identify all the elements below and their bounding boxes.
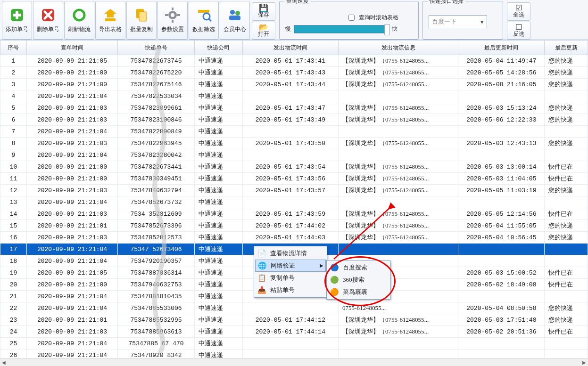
- cell-qtime[interactable]: 2020-09-09 21:21:03: [26, 102, 117, 114]
- cell-seq[interactable]: 23: [0, 314, 27, 326]
- open-button[interactable]: 📂 打开: [252, 22, 275, 40]
- cell-track[interactable]: 75347830349451: [118, 173, 195, 185]
- cell-msg[interactable]: [545, 291, 588, 302]
- cell-send[interactable]: 2020-05-01 17:43:59: [242, 208, 338, 220]
- cell-msg[interactable]: 快件已在: [545, 208, 588, 220]
- cell-upd[interactable]: 2020-05-02 20:51:36: [458, 326, 545, 338]
- col-track[interactable]: 快递单号: [118, 41, 195, 55]
- cell-msg[interactable]: 快件已在: [545, 161, 588, 173]
- plus-button[interactable]: 添加单号: [2, 1, 32, 40]
- cell-comp[interactable]: 中通速递: [194, 232, 242, 244]
- cell-send[interactable]: 2020-05-01 17:43:50: [242, 138, 338, 149]
- cell-comp[interactable]: 中通速递: [194, 302, 242, 314]
- cell-qtime[interactable]: 2020-09-09 21:21:04: [26, 126, 117, 138]
- table-row[interactable]: 102020-09-09 21:21:0075347822673441中通速递2…: [0, 161, 588, 173]
- cell-msg[interactable]: 快件已在: [545, 267, 588, 279]
- table-row[interactable]: 22020-09-09 21:21:0075347822675220中通速递20…: [0, 67, 588, 79]
- speed-slider[interactable]: [294, 25, 389, 33]
- cell-qtime[interactable]: 2020-09-09 21:21:04: [26, 350, 117, 359]
- cell-msg[interactable]: [545, 255, 588, 267]
- cell-seq[interactable]: 8: [0, 138, 27, 149]
- table-header-row[interactable]: 序号 查单时间 快递单号 快递公司 发出物流时间 发出物流信息 最后更新时间 最…: [0, 41, 588, 55]
- cell-upd[interactable]: 2020-05-03 12:43:13: [458, 138, 545, 149]
- cell-qtime[interactable]: 2020-09-09 21:21:04: [26, 302, 117, 314]
- cell-comp[interactable]: 中通速递: [194, 138, 242, 149]
- menu-item[interactable]: 📄查看物流详情: [255, 247, 326, 260]
- table-row[interactable]: 42020-09-09 21:21:0475347822533034中通速递: [0, 90, 588, 102]
- select-all-button[interactable]: ☑ 全选: [507, 2, 530, 21]
- cell-qtime[interactable]: 2020-09-09 21:21:01: [26, 220, 117, 232]
- refresh-button[interactable]: 刷新物流: [64, 1, 94, 40]
- table-row[interactable]: 92020-09-09 21:21:0475347823280042中通速递: [0, 149, 588, 161]
- cell-msg[interactable]: 您的快递: [545, 220, 588, 232]
- cell-send[interactable]: 2020-05-01 17:43:49: [242, 114, 338, 126]
- cell-upd[interactable]: [458, 149, 545, 161]
- cell-track[interactable]: 75347822963945: [118, 138, 195, 149]
- table-row[interactable]: 222020-09-09 21:21:0475347885533006中通速递0…: [0, 302, 588, 314]
- cell-comp[interactable]: 中通速递: [194, 79, 242, 90]
- cell-info[interactable]: [339, 149, 458, 161]
- cell-qtime[interactable]: 2020-09-09 21:21:04: [26, 149, 117, 161]
- col-info[interactable]: 发出物流信息: [339, 41, 458, 55]
- cell-track[interactable]: 75347885963613: [118, 326, 195, 338]
- cell-track[interactable]: 75347881810435: [118, 291, 195, 302]
- cell-upd[interactable]: [458, 126, 545, 138]
- cell-track[interactable]: 75347852673732: [118, 196, 195, 208]
- cell-seq[interactable]: 5: [0, 102, 27, 114]
- table-row[interactable]: 262020-09-09 21:21:04753478920 8342中通速递: [0, 350, 588, 359]
- cell-msg[interactable]: 您的快递: [545, 55, 588, 67]
- cell-seq[interactable]: 15: [0, 220, 27, 232]
- cell-msg[interactable]: [545, 338, 588, 350]
- cell-qtime[interactable]: 2020-09-09 21:21:04: [26, 90, 117, 102]
- cell-seq[interactable]: 14: [0, 208, 27, 220]
- cell-upd[interactable]: 2020-05-04 11:55:05: [458, 220, 545, 232]
- cell-send[interactable]: [242, 338, 338, 350]
- cell-qtime[interactable]: 2020-09-09 21:21:05: [26, 267, 117, 279]
- cell-seq[interactable]: 18: [0, 255, 27, 267]
- cell-track[interactable]: 753478920 8342: [118, 350, 195, 359]
- cell-comp[interactable]: 中通速递: [194, 208, 242, 220]
- cell-info[interactable]: 【深圳龙华】（0755-61248055...: [339, 314, 458, 326]
- cell-info[interactable]: 0755-61248055...: [339, 302, 458, 314]
- cell-info[interactable]: 【深圳龙华】（0755-61248055...: [339, 185, 458, 196]
- cell-upd[interactable]: [458, 291, 545, 302]
- table-row[interactable]: 62020-09-09 21:21:0375347823100846中通速递20…: [0, 114, 588, 126]
- copy-button[interactable]: 批量复制: [126, 1, 157, 40]
- scroll-left-icon[interactable]: ◀: [0, 358, 8, 366]
- cell-upd[interactable]: 2020-05-03 15:00:52: [458, 267, 545, 279]
- cell-track[interactable]: 75347940632753: [118, 279, 195, 291]
- cell-send[interactable]: 2020-05-01 17:44:14: [242, 326, 338, 338]
- table-row[interactable]: 52020-09-09 21:21:0375347823099661中通速递20…: [0, 102, 588, 114]
- table-row[interactable]: 32020-09-09 21:21:0075347822675146中通速递20…: [0, 79, 588, 90]
- cell-send[interactable]: [242, 196, 338, 208]
- cell-upd[interactable]: 2020-05-05 12:14:56: [458, 208, 545, 220]
- cell-info[interactable]: [339, 350, 458, 359]
- cell-info[interactable]: [339, 196, 458, 208]
- menu-item[interactable]: 🌐网络验证▶: [255, 260, 326, 272]
- cell-seq[interactable]: 7: [0, 126, 27, 138]
- cell-msg[interactable]: 您的快递: [545, 79, 588, 90]
- cell-info[interactable]: 【深圳龙华】（0755-61248055...: [339, 79, 458, 90]
- cell-track[interactable]: 75347823280042: [118, 149, 195, 161]
- cell-comp[interactable]: 中通速递: [194, 196, 242, 208]
- cell-upd[interactable]: 2020-05-04 11:49:47: [458, 55, 545, 67]
- cell-track[interactable]: 75347823099661: [118, 102, 195, 114]
- cell-seq[interactable]: 2: [0, 67, 27, 79]
- cell-comp[interactable]: 中通速递: [194, 114, 242, 126]
- cell-comp[interactable]: 中通速递: [194, 338, 242, 350]
- cell-send[interactable]: 2020-05-01 17:43:47: [242, 102, 338, 114]
- cell-msg[interactable]: [545, 90, 588, 102]
- menu-item[interactable]: 🟢360搜索: [328, 274, 389, 286]
- table-row[interactable]: 132020-09-09 21:21:0475347852673732中通速递: [0, 196, 588, 208]
- cell-comp[interactable]: 中通速递: [194, 255, 242, 267]
- cell-seq[interactable]: 20: [0, 279, 27, 291]
- scroll-on-query-checkbox[interactable]: 查询时滚动表格: [347, 13, 398, 22]
- context-menu[interactable]: 📄查看物流详情🌐网络验证▶📋复制单号📥粘贴单号: [254, 246, 327, 298]
- cell-send[interactable]: 2020-05-01 17:44:02: [242, 220, 338, 232]
- cell-msg[interactable]: 您的快递: [545, 138, 588, 149]
- cell-send[interactable]: 2020-05-01 17:43:41: [242, 55, 338, 67]
- cell-comp[interactable]: 中通速递: [194, 220, 242, 232]
- cell-track[interactable]: 7534 352812609: [118, 208, 195, 220]
- cell-comp[interactable]: 中通速递: [194, 291, 242, 302]
- cell-qtime[interactable]: 2020-09-09 21:21:01: [26, 314, 117, 326]
